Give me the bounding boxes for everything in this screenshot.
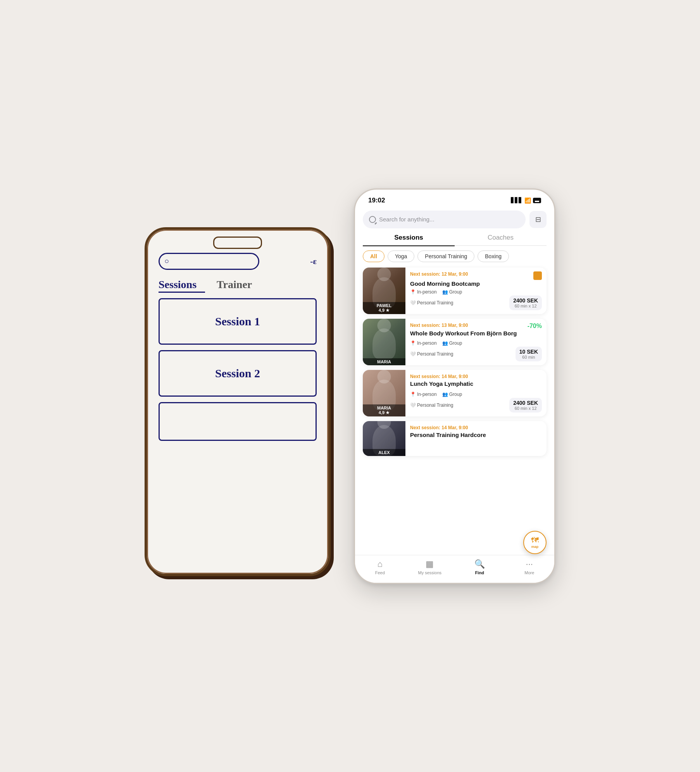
card-image-bootcamp: PAWEL 4,9 ★	[363, 268, 405, 314]
session-card-hardcore[interactable]: ALEX Next session: 14 Mar, 9:00 Personal…	[363, 421, 547, 456]
nav-my-sessions[interactable]: ▦ My sessions	[405, 559, 455, 575]
card-body-yoga: Next session: 14 Mar, 9:00 Lunch Yoga Ly…	[405, 370, 547, 416]
card-meta-workout: 📍 In-person 👥 Group 🤍 Personal Training	[410, 340, 542, 361]
price-wrap-yoga: 2400 SEK 60 min x 12	[509, 398, 542, 413]
pill-personal-training[interactable]: Personal Training	[417, 250, 474, 262]
card-body-hardcore: Next session: 14 Mar, 9:00 Personal Trai…	[405, 421, 547, 456]
status-bar: 19:02 ▋▋▋ 📶 ▬	[355, 190, 554, 207]
calendar-icon: ▦	[426, 559, 434, 569]
card-image-yoga: MARIA 4,9 ★	[363, 370, 405, 416]
map-button[interactable]: 🗺 map	[523, 531, 547, 554]
discount-badge-workout: -70%	[528, 323, 542, 330]
card-image-hardcore: ALEX	[363, 421, 405, 456]
tab-coaches[interactable]: Coaches	[455, 234, 547, 246]
signal-icon: ▋▋▋	[511, 197, 522, 203]
group-icon: 👥	[442, 289, 448, 295]
more-icon: ···	[526, 559, 533, 569]
card-image-workout: MARIA	[363, 319, 405, 365]
sketch-menu-icon: -ε	[310, 256, 317, 266]
session-title-hardcore: Personal Training Hardcore	[410, 431, 542, 439]
price-wrap-workout: 10 SEK 60 min	[516, 347, 542, 361]
nav-my-sessions-label: My sessions	[418, 570, 441, 575]
pills-row: All Yoga Personal Training Boxing	[355, 246, 554, 262]
card-body-bootcamp: Next session: 12 Mar, 9:00 Good Morning …	[405, 268, 547, 314]
heart-icon-2: 🤍	[410, 351, 416, 357]
nav-feed-label: Feed	[375, 570, 385, 575]
home-icon: ⌂	[378, 559, 383, 569]
search-bar[interactable]: Search for anything...	[363, 211, 526, 228]
nav-more-label: More	[524, 570, 534, 575]
nav-find-label: Find	[475, 570, 484, 575]
coach-name-yoga: MARIA 4,9 ★	[363, 404, 405, 416]
coach-name-workout: MARIA	[363, 358, 405, 365]
sessions-list: PAWEL 4,9 ★ Next session: 12 Mar, 9:00 G…	[355, 262, 554, 555]
next-session-hardcore: Next session: 14 Mar, 9:00	[410, 425, 468, 430]
location-icon: 📍	[410, 289, 416, 295]
coach-name-hardcore: ALEX	[363, 449, 405, 456]
card-meta-bootcamp: 📍 In-person 👥 Group 🤍 Personal Training	[410, 289, 542, 310]
tabs-row: Sessions Coaches	[363, 234, 547, 246]
status-icons: ▋▋▋ 📶 ▬	[511, 197, 541, 204]
nav-feed[interactable]: ⌂ Feed	[355, 559, 405, 575]
sketch-card-1: Session 1	[159, 298, 317, 345]
ui-phone: 19:02 ▋▋▋ 📶 ▬ Search for anything... ⊟ S…	[354, 188, 555, 584]
search-icon	[369, 216, 376, 223]
sketch-card-2: Session 2	[159, 350, 317, 397]
sketch-card-3	[159, 402, 317, 441]
card-body-workout: Next session: 13 Mar, 9:00 -70% Whole Bo…	[405, 319, 547, 365]
nav-find[interactable]: 🔍 Find	[455, 559, 505, 575]
location-icon-3: 📍	[410, 392, 416, 397]
tab-sessions[interactable]: Sessions	[363, 234, 455, 246]
bottom-nav: ⌂ Feed ▦ My sessions 🔍 Find ··· More	[355, 555, 554, 583]
find-icon: 🔍	[474, 559, 485, 569]
session-title-yoga: Lunch Yoga Lymphatic	[410, 380, 542, 388]
sketch-tab-underline	[159, 292, 205, 293]
price-wrap-bootcamp: 2400 SEK 60 min x 12	[509, 295, 542, 310]
search-container: Search for anything... ⊟	[355, 207, 554, 228]
next-session-bootcamp: Next session: 12 Mar, 9:00	[410, 271, 468, 277]
sketch-tabs: Sessions Trainer	[159, 278, 317, 293]
next-session-workout: Next session: 13 Mar, 9:00	[410, 323, 468, 328]
search-placeholder: Search for anything...	[379, 216, 434, 223]
group-icon-2: 👥	[442, 340, 448, 346]
heart-icon-3: 🤍	[410, 402, 416, 408]
map-icon: 🗺	[531, 536, 539, 545]
sketch-phone: -ε Sessions Trainer Session 1 Session 2	[145, 227, 331, 576]
bookmark-icon-bootcamp[interactable]	[533, 271, 542, 280]
location-icon-2: 📍	[410, 340, 416, 346]
sketch-tab-sessions: Sessions	[159, 278, 205, 293]
coach-name-bootcamp: PAWEL 4,9 ★	[363, 302, 405, 314]
session-title-bootcamp: Good Morning Bootcamp	[410, 280, 542, 288]
sketch-search-oval	[159, 253, 259, 270]
heart-icon: 🤍	[410, 300, 416, 306]
group-icon-3: 👥	[442, 392, 448, 397]
sketch-tab-trainer: Trainer	[217, 278, 252, 293]
battery-icon: ▬	[533, 198, 541, 203]
filter-icon: ⊟	[535, 215, 541, 224]
session-card-workout[interactable]: MARIA Next session: 13 Mar, 9:00 -70% Wh…	[363, 319, 547, 365]
session-card-bootcamp[interactable]: PAWEL 4,9 ★ Next session: 12 Mar, 9:00 G…	[363, 268, 547, 314]
wifi-icon: 📶	[524, 197, 531, 204]
sketch-top-bar: -ε	[159, 253, 317, 270]
next-session-yoga: Next session: 14 Mar, 9:00	[410, 374, 468, 379]
nav-more[interactable]: ··· More	[505, 559, 555, 575]
session-title-workout: Whole Body Workout From Björn Borg	[410, 330, 542, 337]
session-card-yoga[interactable]: MARIA 4,9 ★ Next session: 14 Mar, 9:00 L…	[363, 370, 547, 416]
pill-boxing[interactable]: Boxing	[478, 250, 509, 262]
pill-yoga[interactable]: Yoga	[388, 250, 414, 262]
card-meta-yoga: 📍 In-person 👥 Group 🤍 Personal Training	[410, 392, 542, 413]
filter-button[interactable]: ⊟	[529, 211, 547, 228]
map-label: map	[531, 545, 539, 549]
pill-all[interactable]: All	[363, 250, 384, 262]
status-time: 19:02	[368, 197, 385, 204]
